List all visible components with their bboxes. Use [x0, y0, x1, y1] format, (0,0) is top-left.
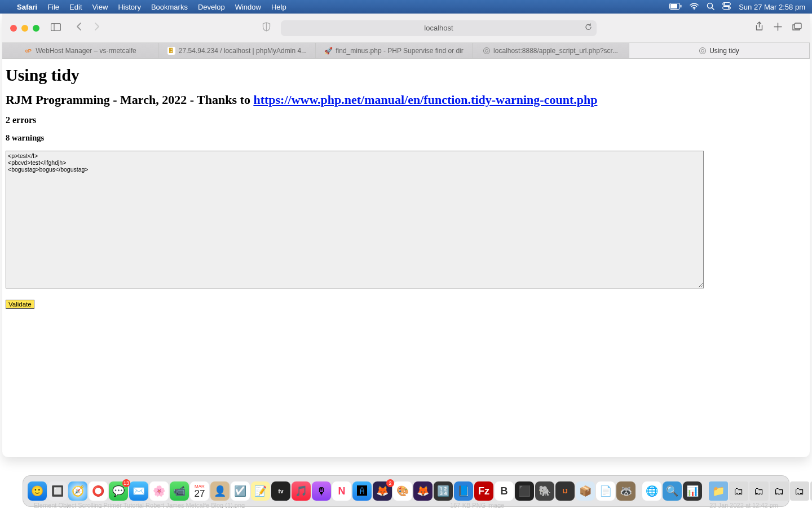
subtitle-prefix: RJM Programming - March, 2022 - Thanks t… — [6, 93, 253, 107]
folder-icon[interactable]: 🗂 — [729, 481, 748, 501]
tab-label: 27.54.94.234 / localhost | phpMyAdmin 4.… — [179, 47, 307, 55]
app-blue-icon[interactable]: 📘 — [454, 481, 473, 501]
terminal-icon[interactable]: ⬛ — [515, 481, 534, 501]
tab-label: Using tidy — [709, 47, 739, 55]
textedit-icon[interactable]: 📄 — [596, 481, 615, 501]
minimize-window-button[interactable] — [21, 25, 28, 32]
launchpad-icon[interactable]: 🔲 — [48, 481, 67, 501]
news-icon[interactable]: N — [332, 481, 351, 501]
svg-point-9 — [728, 7, 730, 9]
menubar-right: Sun 27 Mar 2:58 pm — [669, 2, 805, 12]
menu-view[interactable]: View — [92, 3, 108, 11]
page-content: Using tidy RJM Programming - March, 2022… — [2, 59, 810, 312]
menu-window[interactable]: Window — [235, 3, 261, 11]
menu-develop[interactable]: Develop — [198, 3, 225, 11]
dock-inner: 🙂 🔲 🧭 ⭕ 💬13 ✉️ 🌸 📹 MAR27 👤 ☑️ 📝 tv 🎵 🎙 N… — [23, 475, 789, 507]
calendar-icon[interactable]: MAR27 — [190, 481, 209, 501]
control-center-icon[interactable] — [722, 2, 731, 11]
menu-history[interactable]: History — [118, 3, 140, 11]
maximize-window-button[interactable] — [33, 25, 39, 32]
preview-icon[interactable]: 🔍 — [663, 481, 682, 501]
menu-edit[interactable]: Edit — [69, 3, 82, 11]
mamp-icon[interactable]: 🐘 — [535, 481, 554, 501]
warnings-count: 8 warnings — [6, 133, 806, 143]
share-icon[interactable] — [755, 21, 764, 34]
folder-icon[interactable]: 🗂 — [770, 481, 789, 501]
page-subtitle: RJM Programming - March, 2022 - Thanks t… — [6, 93, 806, 107]
toolbar-right — [755, 21, 802, 34]
calculator-icon[interactable]: 🔢 — [434, 481, 453, 501]
paint-icon[interactable]: 🎨 — [393, 481, 412, 501]
mail-icon[interactable]: ✉️ — [129, 481, 148, 501]
tab-using-tidy[interactable]: Using tidy — [629, 43, 810, 58]
virtualbox-icon[interactable]: 📦 — [576, 481, 595, 501]
tab-find-minus[interactable]: 🚀 find_minus.php - PHP Supervise find or… — [316, 43, 473, 58]
sidebar-toggle-icon[interactable] — [51, 23, 61, 34]
tab-webhost-manager[interactable]: cP WebHost Manager – vs-rmetcalfe — [2, 43, 159, 58]
svg-point-7 — [723, 3, 725, 5]
music-icon[interactable]: 🎵 — [292, 481, 311, 501]
html-input-textarea[interactable]: <p>test</I> <pbcvd>test</lfghdjh> <bogus… — [6, 151, 704, 288]
bbedit-icon[interactable]: B — [495, 481, 514, 501]
svg-line-5 — [712, 7, 714, 10]
wifi-icon[interactable] — [690, 3, 699, 11]
svg-rect-2 — [681, 5, 682, 7]
url-bar[interactable]: localhost — [281, 20, 597, 36]
menu-file[interactable]: File — [47, 3, 59, 11]
new-tab-icon[interactable] — [774, 23, 782, 34]
menubar-left: Safari File Edit View History Bookmarks … — [7, 3, 286, 11]
rocket-icon: 🚀 — [324, 47, 332, 55]
svg-rect-10 — [51, 23, 61, 30]
app-name[interactable]: Safari — [17, 3, 37, 11]
url-text: localhost — [424, 24, 453, 32]
downloads-folder-icon[interactable]: 📁 — [709, 481, 728, 501]
menubar-datetime[interactable]: Sun 27 Mar 2:58 pm — [739, 3, 805, 11]
chrome-icon[interactable]: 🌐 — [642, 481, 661, 501]
folder-icon[interactable]: 🗂 — [790, 481, 809, 501]
contacts-icon[interactable]: 👤 — [210, 481, 230, 501]
opera-icon[interactable]: ⭕ — [89, 481, 108, 501]
page-title: Using tidy — [6, 65, 806, 85]
validate-button[interactable]: Validate — [6, 300, 34, 309]
battery-icon[interactable] — [669, 3, 682, 11]
close-window-button[interactable] — [10, 25, 17, 32]
firefox-dev-icon[interactable]: 🦊2 — [373, 481, 392, 501]
reload-icon[interactable] — [585, 23, 592, 33]
tab-apple-script[interactable]: localhost:8888/apple_script_url.php?scr.… — [473, 43, 629, 58]
folder-icon[interactable]: 🗂 — [749, 481, 769, 501]
notes-icon[interactable]: 📝 — [251, 481, 270, 501]
php-docs-link[interactable]: https://www.php.net/manual/en/function.t… — [253, 93, 597, 107]
gimp-icon[interactable]: 🦝 — [616, 481, 636, 501]
tv-icon[interactable]: tv — [271, 481, 290, 501]
finder-icon[interactable]: 🙂 — [28, 481, 47, 501]
tab-label: find_minus.php - PHP Supervise find or d… — [336, 47, 464, 55]
errors-count: 2 errors — [6, 115, 806, 125]
tab-phpmyadmin[interactable]: 🗄 27.54.94.234 / localhost | phpMyAdmin … — [159, 43, 316, 58]
messages-icon[interactable]: 💬13 — [109, 481, 128, 501]
svg-rect-14 — [795, 23, 801, 29]
podcasts-icon[interactable]: 🎙 — [312, 481, 331, 501]
filezilla-icon[interactable]: Fz — [474, 481, 493, 501]
firefox-icon[interactable]: 🦊 — [413, 481, 433, 501]
cpanel-icon: cP — [24, 47, 32, 55]
privacy-shield-icon[interactable] — [262, 22, 271, 34]
photos-icon[interactable]: 🌸 — [149, 481, 169, 501]
menu-help[interactable]: Help — [271, 3, 286, 11]
globe-icon — [483, 47, 490, 54]
show-tabs-icon[interactable] — [792, 23, 802, 34]
safari-icon[interactable]: 🧭 — [68, 481, 87, 501]
back-button[interactable] — [72, 22, 85, 34]
reminders-icon[interactable]: ☑️ — [231, 481, 250, 501]
phpmyadmin-icon: 🗄 — [167, 47, 175, 55]
intellij-icon[interactable]: IJ — [555, 481, 575, 501]
menu-bookmarks[interactable]: Bookmarks — [151, 3, 188, 11]
safari-window: localhost cP WebHost Manager – vs-rmetca… — [2, 14, 810, 457]
appstore-icon[interactable]: 🅰 — [352, 481, 372, 501]
forward-button[interactable] — [91, 22, 104, 34]
spotlight-icon[interactable] — [707, 2, 714, 12]
tab-label: WebHost Manager – vs-rmetcalfe — [36, 47, 136, 55]
activity-monitor-icon[interactable]: 📊 — [683, 481, 702, 501]
svg-point-3 — [694, 8, 695, 9]
facetime-icon[interactable]: 📹 — [170, 481, 189, 501]
tab-strip: cP WebHost Manager – vs-rmetcalfe 🗄 27.5… — [2, 43, 810, 59]
